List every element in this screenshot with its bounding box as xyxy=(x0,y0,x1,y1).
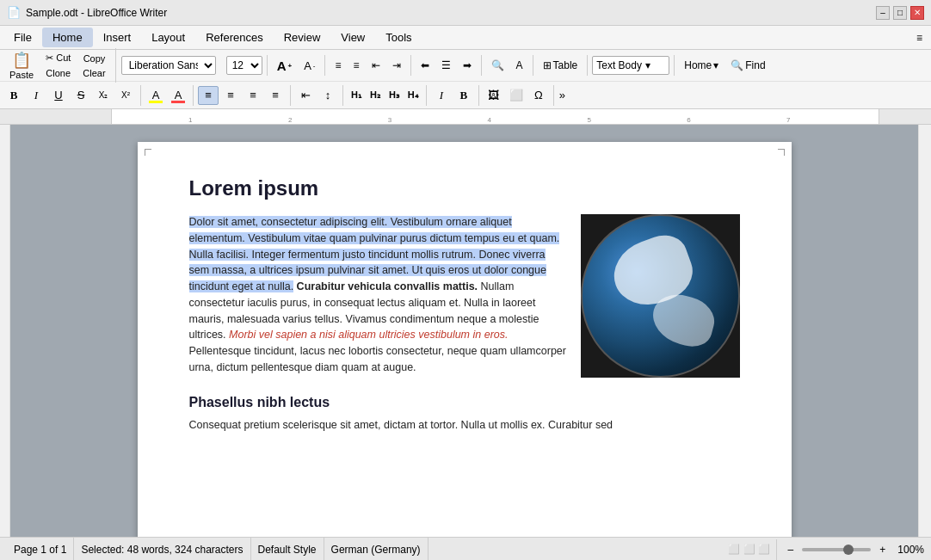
titlebar: 📄 Sample.odt - LibreOffice Writer – □ ✕ xyxy=(0,0,931,26)
toolbar-separator-6 xyxy=(587,55,588,76)
align-left-button[interactable]: ⬅ xyxy=(416,57,435,74)
decrease-font-button[interactable]: A- xyxy=(299,57,320,75)
home-style-button[interactable]: Home ▾ xyxy=(679,57,724,74)
paragraph-style-dropdown[interactable]: Text Body ▾ xyxy=(592,56,669,75)
left-panel xyxy=(0,125,10,537)
clone-button[interactable]: Clone xyxy=(41,66,75,80)
fmt-align-right[interactable]: ≡ xyxy=(243,86,263,105)
paste-button[interactable]: 📋 Paste xyxy=(3,48,40,83)
corner-tr xyxy=(778,149,785,156)
heading4-button[interactable]: H₄ xyxy=(404,86,422,105)
subscript-button[interactable]: X₂ xyxy=(93,86,114,105)
minimize-button[interactable]: – xyxy=(876,6,890,20)
fmt-line-spacing[interactable]: ↕ xyxy=(318,86,338,105)
more-tools-button[interactable]: » xyxy=(558,86,566,105)
heading1-button[interactable]: H₁ xyxy=(348,86,365,105)
menu-insert[interactable]: Insert xyxy=(93,28,142,47)
menu-file[interactable]: File xyxy=(3,28,42,47)
indent-more-button[interactable]: ⇥ xyxy=(387,57,406,74)
insert-image-button[interactable]: 🖼 xyxy=(484,86,504,105)
red-italic-text: Morbi vel sapien a nisi aliquam ultricie… xyxy=(229,329,508,341)
ruler-margin-left xyxy=(0,109,112,124)
frames-button[interactable]: ⬜ xyxy=(506,86,527,105)
paragraph-3: Pellentesque tincidunt, lacus nec lobort… xyxy=(189,345,566,373)
find-replace-button[interactable]: 🔍 xyxy=(486,57,509,74)
bold-sentence: Curabitur vehicula convallis mattis. xyxy=(293,280,478,292)
fmt-indent-less[interactable]: ⇤ xyxy=(295,86,316,105)
corner-tl xyxy=(145,149,151,156)
menu-tools[interactable]: Tools xyxy=(375,28,422,47)
home-label: Home xyxy=(684,59,712,71)
character-button[interactable]: A xyxy=(511,57,528,74)
find-button[interactable]: 🔍 Find xyxy=(725,57,770,74)
close-button[interactable]: ✕ xyxy=(910,6,924,20)
maximize-button[interactable]: □ xyxy=(893,6,907,20)
heading2-button[interactable]: H₂ xyxy=(367,86,384,105)
right-panel xyxy=(918,125,931,537)
menu-layout[interactable]: Layout xyxy=(141,28,195,47)
heading3-button[interactable]: H₃ xyxy=(385,86,403,105)
style-label: Text Body xyxy=(596,59,642,71)
menu-references[interactable]: References xyxy=(195,28,273,47)
language[interactable]: German (Germany) xyxy=(324,538,429,560)
superscript-button[interactable]: X² xyxy=(115,86,136,105)
titlebar-left: 📄 Sample.odt - LibreOffice Writer xyxy=(7,6,167,19)
home-arrow-icon: ▾ xyxy=(713,59,718,71)
bold-button[interactable]: B xyxy=(3,86,24,105)
earth-image-wrapper xyxy=(581,214,740,378)
format-sep-5 xyxy=(426,85,427,106)
titlebar-title: Sample.odt - LibreOffice Writer xyxy=(26,7,167,19)
main-area: Lorem ipsum Dolor sit amet, consectetur … xyxy=(0,125,931,537)
font-family-select[interactable]: Liberation Sans xyxy=(121,56,216,75)
paragraph-style[interactable]: Default Style xyxy=(251,538,324,560)
bold-style-button[interactable]: B xyxy=(453,86,474,105)
ruler-content: 1 2 3 4 5 6 7 xyxy=(0,109,931,124)
zoom-in-button[interactable]: + xyxy=(874,541,891,558)
strikethrough-button[interactable]: S xyxy=(71,86,91,105)
toolbar-separator-4 xyxy=(481,55,482,76)
special-char-button[interactable]: Ω xyxy=(528,86,549,105)
format-sep-3 xyxy=(290,85,291,106)
hamburger-menu[interactable]: ≡ xyxy=(911,29,928,46)
format-toolbar: B I U S X₂ X² A A ≡ ≡ ≡ ≡ ⇤ ↕ H₁ H₂ H₃ H… xyxy=(0,81,931,108)
fmt-align-left[interactable]: ≡ xyxy=(198,86,219,105)
increase-font-button[interactable]: A+ xyxy=(272,56,298,76)
zoom-level: 100% xyxy=(897,544,924,556)
word-count[interactable]: Selected: 48 words, 324 characters xyxy=(74,538,250,560)
menu-home[interactable]: Home xyxy=(42,28,93,47)
highlight-button[interactable]: A xyxy=(145,86,166,105)
fmt-align-center[interactable]: ≡ xyxy=(220,86,241,105)
table-button[interactable]: ⊞ Table xyxy=(538,57,583,74)
numbering-button[interactable]: ≡ xyxy=(348,57,365,74)
cut-button[interactable]: ✂ Cut xyxy=(41,51,75,65)
align-center-button[interactable]: ☰ xyxy=(436,57,456,74)
paste-label: Paste xyxy=(9,70,34,80)
menu-view[interactable]: View xyxy=(330,28,375,47)
toolbar-separator-5 xyxy=(533,55,533,76)
align-right-button[interactable]: ➡ xyxy=(458,57,477,74)
italic-button[interactable]: I xyxy=(26,86,46,105)
font-size-select[interactable]: 12 xyxy=(226,56,262,75)
clear-button[interactable]: Clear xyxy=(78,66,109,80)
menu-review[interactable]: Review xyxy=(274,28,331,47)
zoom-slider[interactable] xyxy=(802,548,871,551)
font-color-indicator xyxy=(171,101,185,103)
toolbar-separator-2 xyxy=(324,55,325,76)
format-sep-7 xyxy=(553,85,554,106)
fmt-justify[interactable]: ≡ xyxy=(265,86,286,105)
menubar-right: ≡ xyxy=(911,29,928,46)
document-page: Lorem ipsum Dolor sit amet, consectetur … xyxy=(138,142,792,537)
zoom-thumb[interactable] xyxy=(843,545,854,555)
style-arrow-icon: ▾ xyxy=(645,59,650,71)
italic-style-button[interactable]: I xyxy=(431,86,452,105)
bullets-button[interactable]: ≡ xyxy=(330,57,346,74)
underline-button[interactable]: U xyxy=(48,86,69,105)
page-info[interactable]: Page 1 of 1 xyxy=(7,538,74,560)
indent-less-button[interactable]: ⇤ xyxy=(367,57,385,74)
font-color-button[interactable]: A xyxy=(168,86,188,105)
paste-icon: 📋 xyxy=(12,51,31,70)
copy-button[interactable]: Copy xyxy=(78,52,109,65)
zoom-out-button[interactable]: – xyxy=(783,541,799,558)
scroll-area[interactable]: Lorem ipsum Dolor sit amet, consectetur … xyxy=(10,125,918,537)
earth-image xyxy=(581,214,740,378)
